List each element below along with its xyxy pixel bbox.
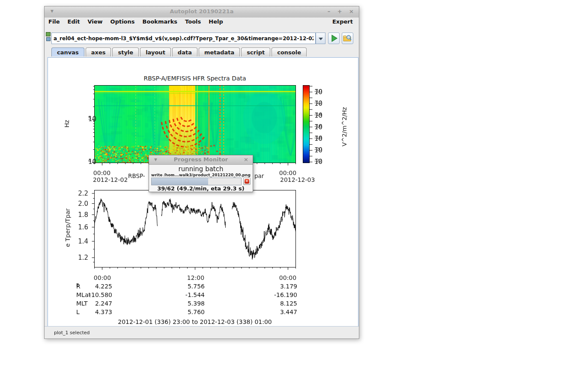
tab-layout[interactable]: layout	[140, 48, 171, 56]
context-value: 3.179	[259, 283, 297, 290]
datasource-green-icon	[46, 32, 51, 36]
menu-options[interactable]: Options	[107, 18, 139, 25]
context-value: 5.760	[166, 309, 205, 315]
context-value: 5.398	[166, 300, 205, 307]
lineplot-ytick-2.2: 2.2	[72, 190, 88, 197]
context-row-mlt: MLT 2.247 5.398 8.125	[48, 300, 358, 309]
context-value: 3.447	[259, 309, 297, 315]
context-value: 8.125	[259, 300, 297, 307]
cancel-x-icon: ×	[245, 179, 249, 184]
context-row-re: RE 4.225 5.756 3.179	[48, 283, 358, 291]
uri-combobox	[51, 33, 325, 44]
datasource-type-icon	[46, 32, 51, 41]
minimize-button[interactable]: –	[328, 8, 331, 15]
progress-task-label: running batch	[149, 165, 253, 173]
play-icon	[328, 33, 339, 44]
tab-script[interactable]: script	[241, 48, 270, 56]
tab-style[interactable]: style	[112, 48, 139, 56]
colorbar[interactable]	[303, 85, 309, 163]
expert-toggle[interactable]: Expert	[331, 18, 355, 25]
context-value: -16.190	[259, 291, 297, 298]
hidden-plot-title-fragment-right: par	[254, 172, 264, 179]
tab-metadata[interactable]: metadata	[199, 48, 240, 56]
spectrogram-ylabel: Hz	[63, 120, 70, 128]
datasource-blue-icon	[46, 37, 51, 41]
lineplot-ytick-1.6: 1.6	[72, 223, 88, 231]
context-row-mlat: MLat -10.580 -1.544 -16.190	[48, 291, 358, 300]
lineplot-ylabel: e Tperp/Tpar	[64, 208, 71, 247]
progress-detail-label: write /hom...walk3/product_20121220_00.p…	[149, 173, 253, 177]
context-value: 5.756	[166, 283, 205, 290]
context-value: -10.580	[74, 291, 112, 298]
progress-bar	[151, 178, 242, 185]
lineplot-xtick-1: 12:00	[187, 274, 204, 281]
spectrogram-xtick-left-time: 00:00	[93, 169, 110, 176]
lineplot-xtick-0: 00:00	[94, 274, 111, 281]
menu-view[interactable]: View	[84, 18, 106, 25]
menu-tools[interactable]: Tools	[181, 18, 205, 25]
progress-bar-row: ×	[151, 178, 251, 185]
context-row-l: L 4.373 5.760 3.447	[48, 309, 358, 317]
plot-title: RBSP-A/EMFISIS HFR Spectra Data	[94, 75, 295, 82]
status-bar: plot_1 selected	[45, 326, 359, 339]
hidden-plot-title-fragment-left: RBSP-	[128, 172, 145, 179]
context-value: 2.247	[74, 300, 112, 307]
spectrogram-xtick-left-date: 2012-12-02	[93, 176, 128, 183]
lineplot-xtick-2: 00:00	[279, 274, 296, 281]
progress-monitor-dialog: ▼ Progress Monitor × running batch write…	[149, 155, 253, 192]
tab-canvas[interactable]: canvas	[51, 48, 84, 56]
progress-dialog-titlebar[interactable]: ▼ Progress Monitor ×	[149, 155, 253, 165]
context-value: 4.373	[74, 309, 112, 315]
menu-file[interactable]: File	[45, 18, 64, 25]
tab-console[interactable]: console	[272, 48, 307, 56]
go-button[interactable]	[328, 33, 340, 44]
menubar: FileEditViewOptionsBookmarksToolsHelp Ex…	[45, 18, 359, 27]
maximize-button[interactable]: +	[337, 8, 342, 15]
menu-bookmarks[interactable]: Bookmarks	[139, 18, 182, 25]
uri-toolbar	[45, 27, 359, 48]
inspect-uri-button[interactable]	[342, 33, 353, 44]
spectrogram-plot[interactable]	[94, 85, 295, 163]
tab-data[interactable]: data	[172, 48, 197, 56]
desktop: ▼ Autoplot 20190221a – + × FileEditViewO…	[0, 0, 576, 392]
window-title: Autoplot 20190221a	[45, 8, 359, 15]
progress-close-icon[interactable]: ×	[244, 156, 248, 163]
lineplot-ytick-1.8: 1.8	[72, 211, 88, 219]
close-button[interactable]: ×	[349, 8, 354, 15]
window-titlebar[interactable]: ▼ Autoplot 20190221a – + ×	[45, 6, 359, 18]
progress-dialog-title: Progress Monitor	[149, 156, 253, 163]
window-controls: – + ×	[322, 8, 354, 15]
menu-edit[interactable]: Edit	[64, 18, 84, 25]
tab-bar: canvasaxesstylelayoutdatametadatascriptc…	[45, 48, 359, 56]
tab-axes[interactable]: axes	[86, 48, 111, 56]
uri-input[interactable]	[51, 33, 316, 44]
cancel-button[interactable]: ×	[243, 178, 251, 185]
colorbar-label: V^2/m^2/Hz	[341, 107, 348, 146]
folder-search-icon	[342, 33, 353, 44]
plot-canvas[interactable]: RBSP-A/EMFISIS HFR Spectra Data Hz 105 1…	[48, 57, 358, 327]
menu-help[interactable]: Help	[205, 18, 227, 25]
context-value: 4.225	[74, 283, 112, 290]
progress-bar-fill	[152, 178, 208, 185]
context-value: -1.544	[166, 291, 205, 298]
lineplot-ytick-1.2: 1.2	[72, 254, 88, 261]
progress-status-label: 39/62 (49.2/min, eta 29.3 s)	[149, 185, 253, 192]
spectrogram-xtick-right-time: 00:00	[279, 169, 296, 176]
lineplot-ytick-1.4: 1.4	[72, 238, 88, 245]
lineplot-ytick-2.0: 2.0	[72, 200, 88, 208]
spectrogram-xtick-right-date: 2012-12-03	[280, 176, 315, 183]
status-text: plot_1 selected	[54, 330, 90, 336]
uri-dropdown-button[interactable]	[316, 33, 325, 44]
time-range-label: 2012-12-01 (336) 23:00 to 2012-12-03 (33…	[94, 318, 295, 325]
